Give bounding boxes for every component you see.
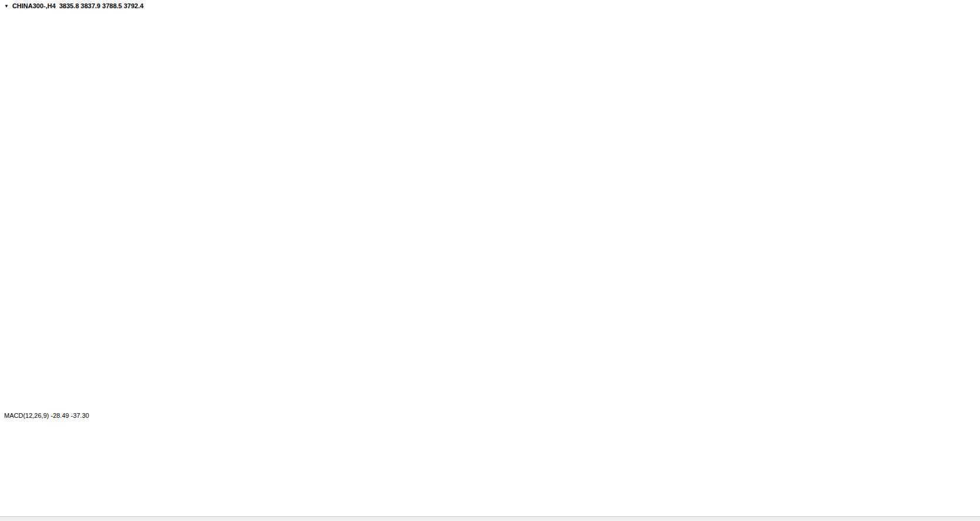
ohlc-readout: 3835.8 3837.9 3788.5 3792.4 — [59, 2, 144, 9]
chart-background: 4182.54161.04140.04119.04098.04076.54055… — [0, 0, 980, 516]
chart-window: 4182.54161.04140.04119.04098.04076.54055… — [0, 0, 980, 521]
macd-indicator-label: MACD(12,26,9) -28.49 -37.30 — [4, 412, 89, 419]
window-bottom-strip — [0, 516, 980, 521]
title-row: ▼ CHINA300-,H4 3835.8 3837.9 3788.5 3792… — [4, 2, 144, 9]
symbol-dropdown-icon[interactable]: ▼ — [4, 4, 9, 9]
symbol-title: CHINA300-,H4 — [12, 2, 56, 9]
chart-surface[interactable]: 4182.54161.04140.04119.04098.04076.54055… — [0, 0, 980, 521]
